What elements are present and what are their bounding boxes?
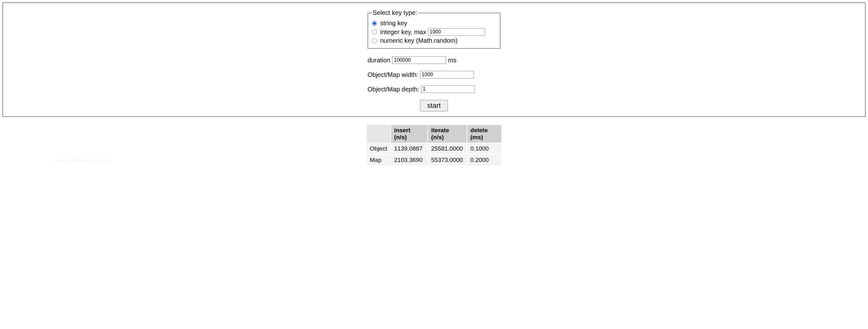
keytype-option-string: string key: [372, 19, 496, 28]
results-insert-1: 2103.3690: [391, 155, 427, 165]
keytype-legend: Select key type:: [372, 9, 418, 17]
results-delete-0: 0.1000: [467, 143, 501, 154]
keytype-radio-numeric[interactable]: [372, 38, 377, 43]
width-label: Object/Map width:: [368, 71, 418, 78]
table-row: Object 1139.0887 25581.0000 0.1000: [367, 143, 501, 154]
results-header-insert: insert (n/s): [391, 125, 427, 143]
config-column: Select key type: string key integer key,…: [368, 9, 500, 111]
table-row: Map 2103.3690 55373.0000 0.2000: [367, 155, 501, 165]
results-header-blank: [367, 125, 390, 143]
keytype-label-numeric: numeric key (Math.random): [380, 37, 458, 44]
results-header-delete: delete (ms): [467, 125, 501, 143]
results-header-iterate: iterate (n/s): [428, 125, 467, 143]
keytype-option-numeric: numeric key (Math.random): [372, 36, 496, 45]
width-input[interactable]: [420, 71, 474, 78]
results-insert-0: 1139.0887: [391, 143, 427, 154]
results-iterate-1: 55373.0000: [428, 155, 467, 165]
config-panel: Select key type: string key integer key,…: [3, 3, 865, 117]
duration-label: duration: [368, 57, 390, 64]
keytype-label-integer: integer key, max: [380, 29, 426, 36]
duration-unit: ms: [448, 57, 457, 64]
start-button-row: start: [368, 100, 500, 111]
keytype-option-integer: integer key, max: [372, 28, 496, 36]
duration-input[interactable]: [392, 56, 446, 64]
results-iterate-0: 25581.0000: [428, 143, 467, 154]
depth-row: Object/Map depth:: [368, 86, 500, 93]
watermark-text: www.mimiwuqi.com: [55, 158, 108, 163]
duration-row: duration ms: [368, 56, 500, 64]
results-table: insert (n/s) iterate (n/s) delete (ms) O…: [366, 124, 502, 166]
integer-max-input[interactable]: [428, 28, 485, 36]
keytype-radio-string[interactable]: [372, 21, 377, 26]
keytype-fieldset: Select key type: string key integer key,…: [368, 9, 500, 49]
results-header-row: insert (n/s) iterate (n/s) delete (ms): [367, 125, 501, 143]
start-button[interactable]: start: [420, 100, 448, 111]
depth-label: Object/Map depth:: [368, 86, 419, 93]
results-delete-1: 0.2000: [467, 155, 501, 165]
keytype-radio-integer[interactable]: [372, 29, 377, 34]
results-rowname-0: Object: [367, 143, 390, 154]
depth-input[interactable]: [421, 86, 475, 93]
width-row: Object/Map width:: [368, 71, 500, 78]
results-rowname-1: Map: [367, 155, 390, 165]
keytype-label-string: string key: [380, 20, 407, 27]
